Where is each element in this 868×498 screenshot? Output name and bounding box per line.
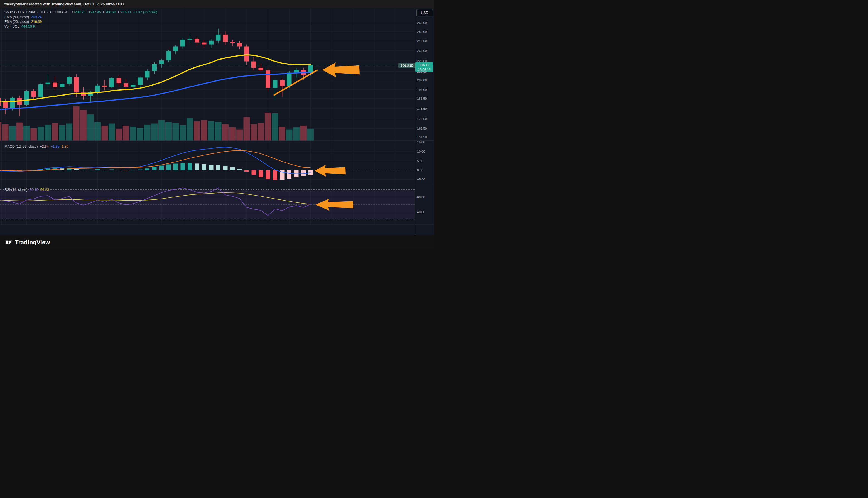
candle-body: [223, 35, 228, 42]
volume-bar: [293, 127, 299, 141]
volume-bar: [144, 124, 151, 141]
volume-bar: [9, 126, 16, 141]
price-tick-label: 157.50: [417, 135, 427, 139]
volume-bar: [130, 127, 136, 141]
macd-histogram-bar: [81, 170, 86, 170]
volume-label[interactable]: Vol · SOL: [4, 25, 19, 28]
macd-histogram-bar: [266, 170, 270, 179]
volume-legend-row[interactable]: Vol · SOL 444.59 K: [4, 25, 37, 28]
ema20-legend-row[interactable]: EMA (20, close) 216.39: [4, 20, 43, 24]
macd-tick-label: 10.00: [417, 149, 425, 154]
candle-body: [237, 43, 242, 46]
macd-histogram-bar: [244, 170, 249, 172]
candle-body: [3, 102, 8, 108]
macd-histogram-bar: [166, 164, 171, 170]
watermark-bar: thecryptolark created with TradingView.c…: [0, 0, 434, 8]
exchange-label: COINBASE: [50, 10, 68, 14]
close-label: C: [118, 10, 121, 14]
high-label: H: [88, 10, 90, 14]
volume-bar: [265, 113, 271, 141]
symbol-price-line-badge: SOLUSD: [398, 63, 415, 68]
price-tick-label: 178.50: [417, 107, 427, 110]
symbol-name[interactable]: Solana / U.S. Dollar: [4, 10, 35, 14]
macd-label[interactable]: MACD (12, 26, close): [4, 145, 38, 148]
close-value: 216.11: [121, 10, 131, 14]
rsi-label[interactable]: RSI (14, close): [4, 188, 28, 192]
macd-histogram-bar: [258, 170, 263, 177]
macd-histogram-bar: [188, 163, 192, 170]
candle-body: [10, 98, 15, 108]
open-label: O: [72, 10, 75, 14]
macd-histogram-bar: [145, 168, 149, 170]
timeframe-label[interactable]: 1D: [40, 10, 45, 14]
macd-histogram-bar: [103, 170, 107, 170]
separator-dot: ·: [37, 10, 38, 14]
price-tick-label: 210.00: [417, 70, 427, 74]
tradingview-wordmark[interactable]: TradingView: [15, 239, 50, 246]
volume-bar: [244, 117, 250, 141]
macd-tick-label: 15.00: [417, 140, 425, 144]
candle-body: [181, 40, 185, 46]
macd-histogram-bar: [74, 169, 79, 170]
separator-dot: ·: [47, 10, 48, 14]
candle-body: [95, 86, 100, 92]
ema50-value: 209.24: [31, 15, 42, 19]
volume-bar: [2, 124, 9, 141]
volume-bar: [279, 127, 285, 141]
volume-bar: [229, 127, 236, 141]
chart-canvas[interactable]: [0, 0, 434, 249]
volume-bar: [165, 122, 172, 141]
price-tick-label: 163.50: [417, 127, 427, 130]
rsi-legend-row[interactable]: RSI (14, close) 50.19 50.23: [4, 188, 50, 192]
price-tick-label: 260.00: [417, 21, 427, 25]
volume-bar: [194, 121, 200, 141]
macd-line-value: −1.35: [51, 145, 59, 148]
macd-tick-label: 0.00: [417, 168, 423, 172]
price-tick-label: 250.00: [417, 30, 427, 34]
tradingview-logo-icon[interactable]: [5, 238, 13, 246]
macd-tick-label: −5.00: [417, 178, 425, 181]
ema50-label[interactable]: EMA (50, close): [4, 15, 29, 19]
candle-body: [251, 62, 256, 68]
price-tick-label: 230.00: [417, 49, 427, 53]
macd-tick-label: 5.00: [417, 159, 423, 163]
ema20-value: 216.39: [31, 20, 42, 24]
volume-bar: [307, 129, 314, 141]
price-tick-label: 202.00: [417, 78, 427, 82]
change-value: +7.37 (+3.53%): [133, 10, 157, 14]
ema20-label[interactable]: EMA (20, close): [4, 20, 29, 24]
arrow-annotation-main: [322, 62, 360, 77]
macd-histogram-bar: [173, 164, 178, 170]
currency-toggle-button[interactable]: USD: [416, 9, 433, 16]
low-value: 206.32: [105, 10, 116, 14]
candle-body: [209, 41, 214, 44]
rsi-tick-label: 40.00: [417, 210, 425, 214]
watermark-text: thecryptolark created with TradingView.c…: [4, 0, 124, 8]
symbol-legend-row[interactable]: Solana / U.S. Dollar · 1D · COINBASE O20…: [4, 10, 158, 14]
candle-body: [109, 78, 114, 87]
candle-body: [266, 70, 270, 88]
rsi-value: 50.19: [29, 188, 38, 192]
volume-bar: [80, 110, 86, 141]
volume-bar: [31, 128, 37, 141]
volume-bar: [286, 130, 293, 141]
macd-histogram-bar: [152, 167, 157, 170]
volume-bar: [102, 126, 108, 141]
candle-body: [138, 77, 143, 85]
ema50-legend-row[interactable]: EMA (50, close) 209.24: [4, 15, 43, 19]
macd-histogram-bar: [88, 170, 93, 170]
candle-body: [216, 35, 221, 41]
macd-histogram-bar: [159, 166, 164, 170]
macd-legend-row[interactable]: MACD (12, 26, close) −2.64 −1.35 1.30: [4, 145, 70, 148]
low-label: L: [103, 10, 105, 14]
candle-body: [31, 91, 36, 97]
volume-bar: [59, 125, 65, 141]
price-tick-label: 220.00: [417, 59, 427, 63]
price-tick-label: 186.50: [417, 97, 427, 101]
volume-bar: [158, 120, 165, 141]
candle-body: [53, 83, 57, 88]
volume-bar: [38, 127, 44, 141]
macd-histogram-bar: [110, 169, 114, 170]
volume-bar: [222, 124, 229, 141]
macd-hist-value: −2.64: [40, 145, 49, 148]
